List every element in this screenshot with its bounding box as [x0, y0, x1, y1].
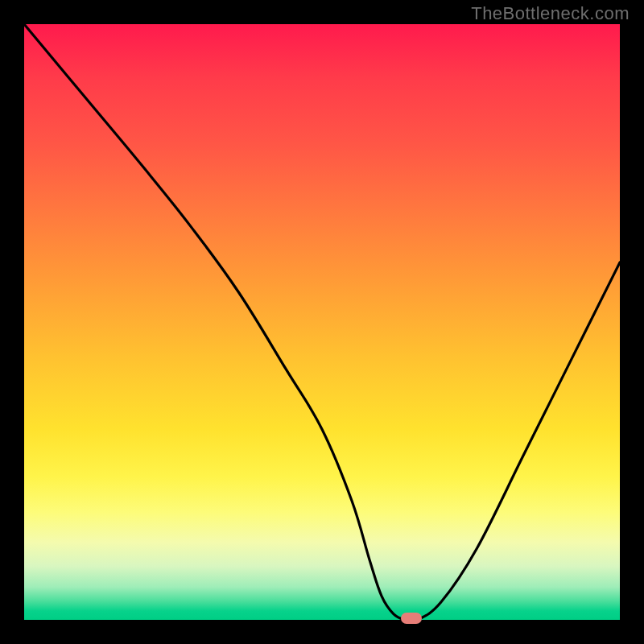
- optimal-marker: [401, 613, 422, 624]
- curve-path: [24, 24, 620, 621]
- watermark-text: TheBottleneck.com: [471, 3, 630, 24]
- bottleneck-curve: [24, 24, 620, 620]
- chart-frame: TheBottleneck.com: [0, 0, 644, 644]
- plot-area: [24, 24, 620, 620]
